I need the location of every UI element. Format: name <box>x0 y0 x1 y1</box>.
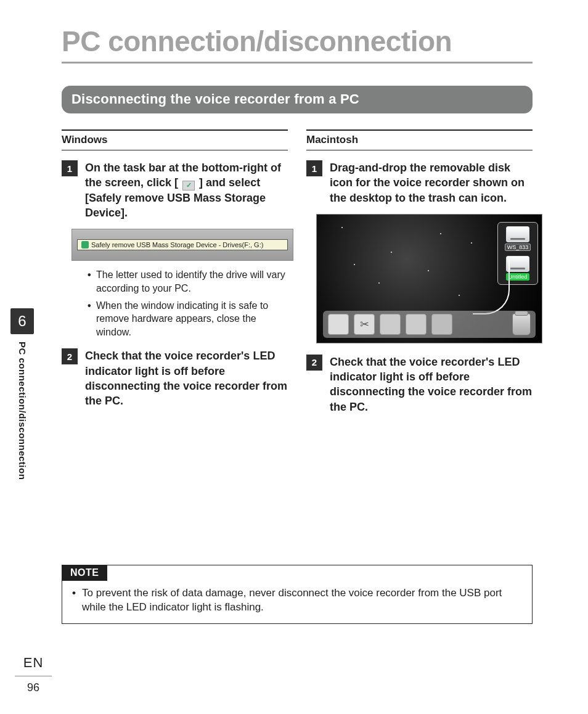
drive-callout: WS_833 Untitled <box>497 222 538 285</box>
title-rule <box>62 62 533 64</box>
step-text: Check that the voice recorder's LED indi… <box>330 355 533 414</box>
manual-page: PC connection/disconnection Disconnectin… <box>0 0 588 714</box>
text: ]. <box>121 207 128 219</box>
windows-tooltip: Safely remove USB Mass Storage Device - … <box>77 239 288 250</box>
step-text: On the task bar at the bottom-right of t… <box>85 160 288 220</box>
safely-remove-tray-icon: ✓ <box>182 181 195 191</box>
dock-app-icon <box>431 314 452 335</box>
drive-label: WS_833 <box>505 244 531 251</box>
columns: Windows 1 On the task bar at the bottom-… <box>62 129 533 423</box>
mac-step-2: 2 Check that the voice recorder's LED in… <box>306 355 533 414</box>
chapter-number: 6 <box>10 308 34 334</box>
footer-rule <box>15 676 52 676</box>
dock-folder-icon <box>380 314 401 335</box>
windows-step-1: 1 On the task bar at the bottom-right of… <box>62 160 288 220</box>
windows-step-2: 2 Check that the voice recorder's LED in… <box>62 348 288 408</box>
side-tab: 6 PC connection/disconnection <box>10 308 35 480</box>
note-item: To prevent the risk of data damage, neve… <box>72 586 522 615</box>
language-code: EN <box>15 655 52 671</box>
dock-app-icon <box>354 314 375 335</box>
step-text: Drag-and-drop the removable disk icon fo… <box>330 160 533 205</box>
mac-dock <box>323 311 536 338</box>
mac-screenshot: WS_833 Untitled <box>316 214 542 343</box>
removable-drive: WS_833 <box>505 226 531 251</box>
mac-column: Macintosh 1 Drag-and-drop the removable … <box>306 129 533 423</box>
section-heading: Disconnecting the voice recorder from a … <box>62 86 533 113</box>
drive-label: Untitled <box>506 273 530 281</box>
drive-icon <box>506 256 529 272</box>
option-name: Safely remove USB Mass Storage Device <box>85 192 266 219</box>
windows-screenshot: Safely remove USB Mass Storage Device - … <box>71 229 293 261</box>
step-number: 1 <box>306 160 322 176</box>
list-item: When the window indicating it is safe to… <box>88 299 288 339</box>
page-title: PC connection/disconnection <box>62 25 533 58</box>
note-label: NOTE <box>62 565 107 581</box>
trash-icon <box>512 313 531 335</box>
dock-app-icon <box>328 314 349 335</box>
windows-notes: The letter used to identify the drive wi… <box>88 268 288 339</box>
note-box: NOTE To prevent the risk of data damage,… <box>62 565 533 624</box>
step-text: Check that the voice recorder's LED indi… <box>85 348 288 408</box>
step-number: 2 <box>306 355 322 371</box>
windows-heading: Windows <box>62 129 288 150</box>
step-number: 1 <box>62 160 78 176</box>
list-item: The letter used to identify the drive wi… <box>88 268 288 295</box>
windows-column: Windows 1 On the task bar at the bottom-… <box>62 129 288 423</box>
side-label: PC connection/disconnection <box>17 342 28 480</box>
usb-eject-icon <box>81 241 89 248</box>
dock-folder-icon <box>406 314 427 335</box>
page-footer: EN 96 <box>15 655 52 694</box>
page-number: 96 <box>15 681 52 694</box>
tooltip-text: Safely remove USB Mass Storage Device - … <box>91 241 263 248</box>
drive-icon <box>506 226 529 242</box>
mac-step-1: 1 Drag-and-drop the removable disk icon … <box>306 160 533 205</box>
step-number: 2 <box>62 348 78 364</box>
removable-drive: Untitled <box>506 256 530 281</box>
mac-heading: Macintosh <box>306 129 533 150</box>
